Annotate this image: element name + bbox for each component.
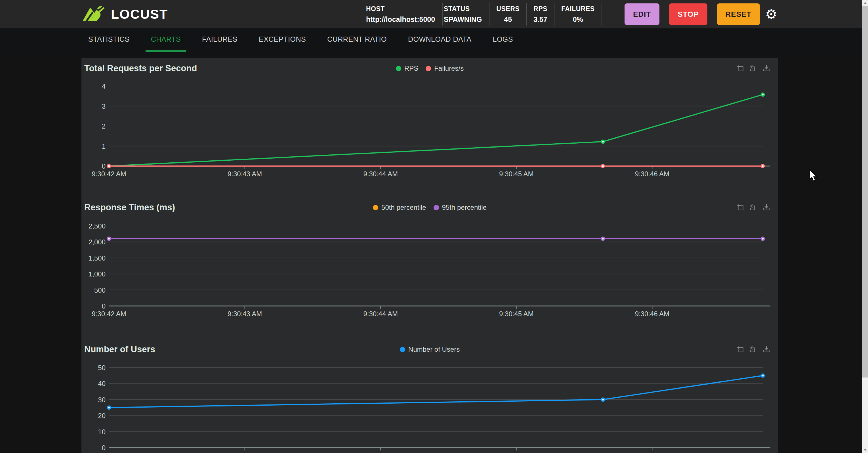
- restore-icon[interactable]: [750, 345, 757, 353]
- legend-dot: [396, 66, 401, 71]
- download-icon[interactable]: [763, 204, 770, 211]
- stat-value: 3.57: [533, 15, 547, 24]
- svg-text:2,500: 2,500: [89, 222, 105, 230]
- locust-logo[interactable]: LOCUST: [82, 0, 168, 28]
- chart-header-rps: Total Requests per Second RPSFailures/s: [82, 62, 778, 75]
- svg-text:9:30:44 AM: 9:30:44 AM: [363, 452, 398, 453]
- charts-panel: Total Requests per Second RPSFailures/s …: [82, 58, 778, 453]
- legend-item-rps[interactable]: RPS: [396, 64, 418, 72]
- tab-exceptions[interactable]: EXCEPTIONS: [253, 28, 311, 52]
- legend-label: Failures/s: [434, 64, 464, 72]
- chart-header-users: Number of Users Number of Users: [82, 342, 778, 356]
- svg-text:1,000: 1,000: [89, 270, 105, 278]
- edit-button[interactable]: EDIT: [624, 3, 659, 25]
- logo-text: LOCUST: [111, 6, 168, 22]
- svg-text:0: 0: [102, 162, 105, 170]
- svg-text:9:30:45 AM: 9:30:45 AM: [499, 170, 533, 178]
- chart-toolbox: [737, 64, 770, 72]
- stat-label: RPS: [533, 5, 547, 13]
- svg-text:9:30:46 AM: 9:30:46 AM: [635, 170, 670, 178]
- chart-canvas-users: 010203040509:30:42 AM9:30:43 AM9:30:44 A…: [82, 362, 778, 453]
- svg-text:50: 50: [98, 364, 105, 371]
- svg-text:20: 20: [98, 412, 105, 420]
- chart-title: Total Requests per Second: [84, 63, 197, 73]
- stat-value: SPAWNING: [444, 15, 482, 24]
- stop-button[interactable]: STOP: [669, 3, 707, 25]
- svg-text:9:30:46 AM: 9:30:46 AM: [635, 310, 670, 318]
- chart-header-response-times: Response Times (ms) 50th percentile95th …: [82, 201, 778, 214]
- svg-text:0: 0: [102, 302, 105, 310]
- legend-dot: [400, 347, 405, 352]
- stat-value: http://localhost:5000: [366, 15, 435, 24]
- stat-rps: RPS3.57: [527, 3, 554, 26]
- legend-dot: [434, 205, 439, 210]
- legend-dot: [373, 205, 378, 210]
- scrollbar-thumb[interactable]: [862, 6, 868, 378]
- svg-text:0: 0: [102, 444, 105, 452]
- svg-text:40: 40: [98, 380, 105, 387]
- chart-legend: Number of Users: [82, 345, 778, 353]
- tab-logs[interactable]: LOGS: [488, 28, 519, 52]
- svg-text:1: 1: [102, 143, 105, 150]
- nav-bar: STATISTICSCHARTSFAILURESEXCEPTIONSCURREN…: [0, 28, 862, 58]
- stat-users: USERS45: [490, 3, 527, 26]
- svg-text:9:30:43 AM: 9:30:43 AM: [227, 170, 262, 178]
- tab-failures[interactable]: FAILURES: [197, 28, 243, 52]
- reset-button[interactable]: RESET: [717, 3, 760, 25]
- svg-text:9:30:42 AM: 9:30:42 AM: [92, 452, 126, 453]
- svg-text:9:30:45 AM: 9:30:45 AM: [499, 310, 533, 318]
- svg-text:9:30:43 AM: 9:30:43 AM: [227, 452, 262, 453]
- svg-text:9:30:42 AM: 9:30:42 AM: [92, 310, 126, 318]
- scrollbar-up-arrow: [864, 2, 867, 4]
- stat-host: HOSThttp://localhost:5000: [365, 3, 443, 26]
- chart-toolbox: [737, 204, 770, 211]
- svg-text:9:30:45 AM: 9:30:45 AM: [499, 452, 533, 453]
- svg-text:9:30:44 AM: 9:30:44 AM: [363, 170, 398, 178]
- legend-item-failures-s[interactable]: Failures/s: [426, 64, 464, 72]
- stat-label: STATUS: [444, 5, 482, 13]
- legend-label: 95th percentile: [442, 204, 487, 211]
- tab-charts[interactable]: CHARTS: [146, 28, 186, 52]
- tab-list: STATISTICSCHARTSFAILURESEXCEPTIONSCURREN…: [83, 28, 519, 52]
- legend-item-number-of-users[interactable]: Number of Users: [400, 345, 460, 353]
- stat-label: USERS: [496, 5, 520, 13]
- svg-text:9:30:46 AM: 9:30:46 AM: [635, 452, 670, 453]
- legend-dot: [426, 66, 431, 71]
- tab-download-data[interactable]: DOWNLOAD DATA: [403, 28, 477, 52]
- legend-item-95th-percentile[interactable]: 95th percentile: [434, 204, 487, 211]
- gear-icon[interactable]: ⚙: [763, 0, 780, 28]
- legend-label: Number of Users: [408, 345, 460, 353]
- download-icon[interactable]: [763, 64, 770, 72]
- restore-icon[interactable]: [750, 204, 757, 211]
- zoom-select-icon[interactable]: [737, 345, 744, 353]
- stat-failures: FAILURES0%: [554, 3, 602, 26]
- legend-item-50th-percentile[interactable]: 50th percentile: [373, 204, 426, 211]
- stat-label: HOST: [366, 5, 435, 13]
- svg-text:500: 500: [94, 286, 105, 294]
- scrollbar-down-arrow: [864, 449, 867, 451]
- svg-text:9:30:44 AM: 9:30:44 AM: [363, 310, 398, 318]
- legend-label: 50th percentile: [381, 204, 426, 211]
- zoom-select-icon[interactable]: [737, 64, 744, 72]
- stat-label: FAILURES: [561, 5, 595, 13]
- chart-title: Number of Users: [84, 344, 155, 355]
- scrollbar-down-button[interactable]: [862, 447, 868, 453]
- vertical-scrollbar[interactable]: [862, 0, 868, 453]
- scrollbar-up-button[interactable]: [862, 0, 868, 6]
- svg-text:9:30:42 AM: 9:30:42 AM: [92, 170, 126, 178]
- tab-current-ratio[interactable]: CURRENT RATIO: [322, 28, 392, 52]
- zoom-select-icon[interactable]: [737, 204, 744, 211]
- restore-icon[interactable]: [750, 64, 757, 72]
- tab-statistics[interactable]: STATISTICS: [83, 28, 135, 52]
- locust-grasshopper-icon: [82, 6, 106, 23]
- download-icon[interactable]: [763, 345, 770, 353]
- svg-text:2,000: 2,000: [89, 238, 105, 246]
- svg-text:9:30:43 AM: 9:30:43 AM: [227, 310, 262, 318]
- chart-legend: 50th percentile95th percentile: [82, 204, 778, 211]
- top-header: LOCUST HOSThttp://localhost:5000STATUSSP…: [0, 0, 862, 28]
- legend-label: RPS: [404, 64, 418, 72]
- chart-canvas-response-times: 05001,0001,5002,0002,5009:30:42 AM9:30:4…: [82, 220, 778, 321]
- run-stats: HOSThttp://localhost:5000STATUSSPAWNINGU…: [365, 3, 602, 26]
- stat-value: 45: [504, 15, 512, 24]
- svg-text:3: 3: [102, 102, 105, 110]
